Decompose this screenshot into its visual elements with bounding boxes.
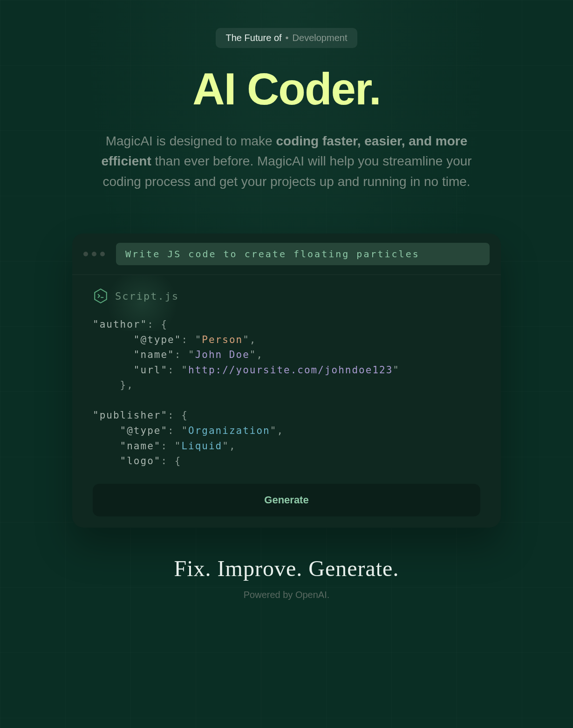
footer-powered-by: Powered by OpenAI. bbox=[54, 590, 519, 600]
page-title: AI Coder. bbox=[54, 67, 519, 111]
hero-description: MagicAI is designed to make coding faste… bbox=[89, 131, 484, 192]
code-block: "author": { "@type": "Person", "name": "… bbox=[93, 317, 480, 468]
generate-button[interactable]: Generate bbox=[93, 484, 480, 516]
badge-dot-icon: • bbox=[286, 33, 289, 43]
footer-tagline: Fix. Improve. Generate. bbox=[54, 556, 519, 581]
hero-desc-pre: MagicAI is designed to make bbox=[106, 134, 276, 148]
badge-prefix: The Future of bbox=[226, 33, 282, 43]
file-name: Script.js bbox=[115, 290, 179, 302]
window-header: Write JS code to create floating particl… bbox=[72, 234, 501, 275]
traffic-lights-icon bbox=[83, 252, 105, 256]
file-row: Script.js bbox=[93, 288, 480, 304]
code-body: Script.js "author": { "@type": "Person",… bbox=[72, 275, 501, 527]
script-hexagon-icon bbox=[93, 288, 109, 304]
prompt-input[interactable]: Write JS code to create floating particl… bbox=[116, 243, 490, 265]
code-window: Write JS code to create floating particl… bbox=[72, 234, 501, 527]
hero-desc-post: than ever before. MagicAI will help you … bbox=[102, 154, 471, 188]
header-badge: The Future of • Development bbox=[216, 28, 358, 48]
badge-suffix: Development bbox=[293, 33, 348, 43]
